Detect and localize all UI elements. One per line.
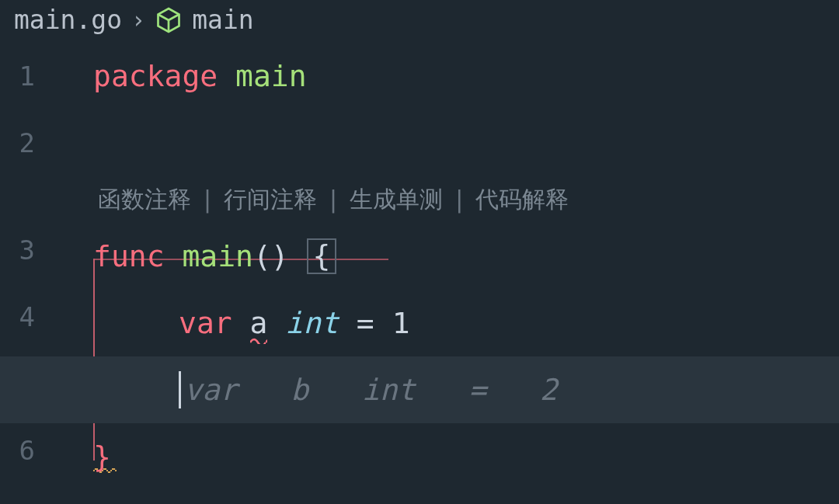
line-number: 1 [0, 43, 43, 109]
code-line[interactable]: } [93, 423, 839, 490]
line-number: 6 [0, 417, 43, 484]
code-area[interactable]: package main 函数注释 | 行间注释 | 生成单测 | 代码解释 f… [93, 43, 839, 490]
line-number: 3 [0, 217, 43, 283]
inline-suggestion[interactable]: var b int = 2 [184, 375, 558, 405]
breadcrumb: main.go › main [0, 0, 839, 43]
code-line[interactable] [93, 109, 839, 176]
code-line[interactable]: package main [93, 43, 839, 109]
code-line-current[interactable]: var b int = 2 [93, 356, 839, 423]
keyword: func [93, 242, 165, 271]
keyword: var [179, 308, 232, 338]
breadcrumb-symbol[interactable]: main [192, 5, 253, 35]
separator: | [322, 188, 345, 211]
code-editor[interactable]: 1 2 3 4 5 6 package main 函数注释 | 行间注释 | 生… [0, 43, 839, 490]
type: int [285, 308, 339, 338]
line-number: 2 [0, 109, 43, 176]
identifier: main [235, 61, 307, 91]
separator: | [196, 188, 219, 211]
punctuation: () [253, 242, 289, 271]
brace-open: { [307, 238, 337, 274]
chevron-right-icon: › [131, 9, 145, 32]
separator: | [447, 188, 471, 211]
breadcrumb-file[interactable]: main.go [14, 5, 122, 35]
brace-close: } [93, 442, 111, 471]
codelens-item[interactable]: 函数注释 [93, 188, 196, 211]
text-cursor [179, 371, 181, 408]
identifier: main [182, 242, 253, 271]
line-number: 4 [0, 283, 43, 350]
codelens-item[interactable]: 行间注释 [219, 188, 322, 211]
codelens-bar: 函数注释 | 行间注释 | 生成单测 | 代码解释 [93, 179, 839, 220]
code-line[interactable]: func main () { [93, 223, 839, 290]
number-literal: 1 [392, 308, 410, 338]
codelens-item[interactable]: 代码解释 [471, 188, 573, 211]
variable-name: a [250, 308, 268, 338]
codelens-item[interactable]: 生成单测 [345, 188, 447, 211]
package-icon [155, 6, 183, 34]
keyword: package [93, 61, 218, 91]
code-line[interactable]: var a int = 1 [93, 290, 839, 356]
operator: = [357, 308, 374, 338]
